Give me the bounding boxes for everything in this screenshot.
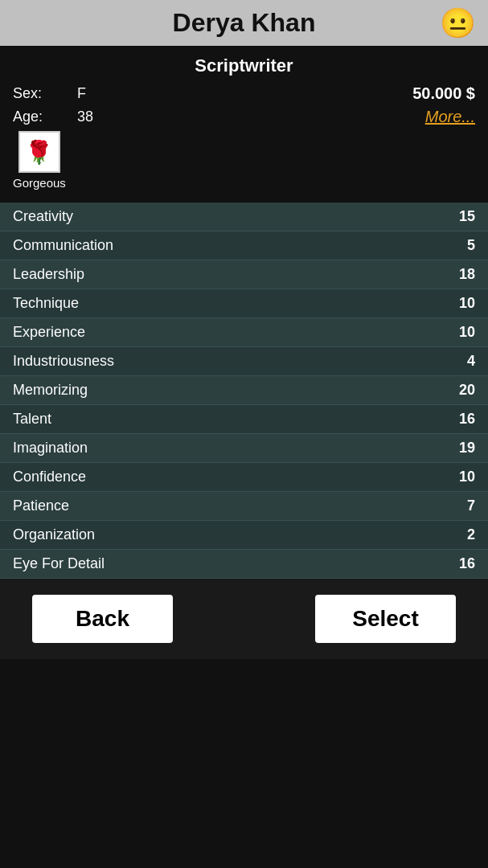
stat-value: 10 xyxy=(459,295,475,312)
stat-value: 5 xyxy=(467,237,475,254)
stat-name: Communication xyxy=(13,237,113,254)
character-name: Derya Khan xyxy=(173,8,316,38)
stat-row: Experience10 xyxy=(0,318,488,347)
stat-value: 10 xyxy=(459,324,475,341)
stat-name: Experience xyxy=(13,324,85,341)
trait-name: Gorgeous xyxy=(13,176,66,190)
age-label: Age: xyxy=(13,108,77,125)
age-value: 38 xyxy=(77,108,93,125)
stat-name: Organization xyxy=(13,526,95,543)
stat-value: 19 xyxy=(459,440,475,457)
stat-row: Talent16 xyxy=(0,405,488,434)
back-button[interactable]: Back xyxy=(32,595,173,643)
stat-row: Eye For Detail16 xyxy=(0,550,488,579)
stat-name: Memorizing xyxy=(13,382,88,399)
stat-value: 2 xyxy=(467,526,475,543)
bottom-area xyxy=(0,659,488,868)
sex-value: F xyxy=(77,85,86,102)
trait-rose-icon: 🌹 xyxy=(18,131,60,173)
stat-value: 18 xyxy=(459,266,475,283)
stat-value: 16 xyxy=(459,411,475,428)
stat-name: Technique xyxy=(13,295,79,312)
stat-row: Confidence10 xyxy=(0,463,488,492)
stat-name: Creativity xyxy=(13,208,73,225)
stat-name: Confidence xyxy=(13,469,86,485)
buttons-section: Back Select xyxy=(0,579,488,659)
stat-name: Patience xyxy=(13,497,69,514)
age-row: Age: 38 More... xyxy=(13,108,475,126)
salary-value: 50.000 $ xyxy=(412,84,475,103)
trait-gorgeous: 🌹 Gorgeous xyxy=(13,131,66,190)
stat-name: Talent xyxy=(13,411,51,428)
face-icon: 😐 xyxy=(440,6,475,41)
stat-value: 10 xyxy=(459,469,475,485)
stat-row: Leadership18 xyxy=(0,260,488,289)
stat-row: Technique10 xyxy=(0,289,488,318)
select-button[interactable]: Select xyxy=(315,595,456,643)
job-title: Scriptwriter xyxy=(13,55,475,76)
stat-value: 16 xyxy=(459,555,475,572)
traits-row: 🌹 Gorgeous xyxy=(13,131,475,190)
stats-section: Creativity15Communication5Leadership18Te… xyxy=(0,203,488,579)
sex-label: Sex: xyxy=(13,85,77,102)
stat-name: Imagination xyxy=(13,440,88,457)
profile-section: Scriptwriter Sex: F 50.000 $ Age: 38 Mor… xyxy=(0,46,488,203)
header-bar: Derya Khan 😐 xyxy=(0,0,488,46)
stat-name: Industriousness xyxy=(13,353,114,370)
stat-row: Creativity15 xyxy=(0,203,488,231)
stat-value: 4 xyxy=(467,353,475,370)
sex-row: Sex: F 50.000 $ xyxy=(13,84,475,103)
stat-name: Leadership xyxy=(13,266,84,283)
stat-value: 20 xyxy=(459,382,475,399)
stat-name: Eye For Detail xyxy=(13,555,105,572)
stat-row: Industriousness4 xyxy=(0,347,488,376)
stat-value: 15 xyxy=(459,208,475,225)
stat-row: Organization2 xyxy=(0,521,488,550)
stat-row: Imagination19 xyxy=(0,434,488,463)
stat-row: Patience7 xyxy=(0,492,488,521)
stat-row: Memorizing20 xyxy=(0,376,488,405)
stat-row: Communication5 xyxy=(0,231,488,260)
more-link[interactable]: More... xyxy=(425,108,475,126)
stat-value: 7 xyxy=(467,497,475,514)
